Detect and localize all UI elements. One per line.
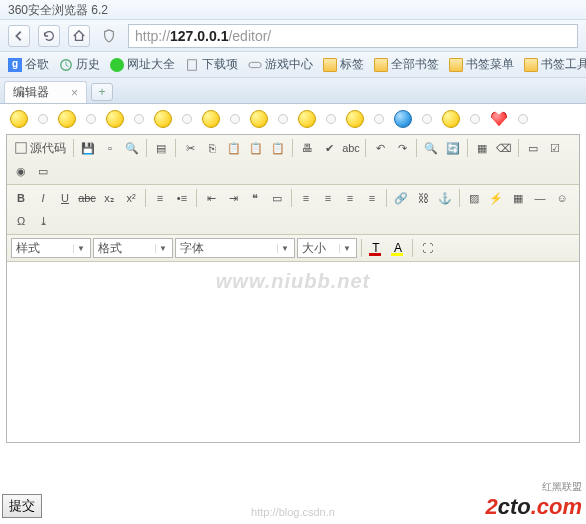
format-combo[interactable]: 格式▼ bbox=[93, 238, 173, 258]
image-button[interactable]: ▨ bbox=[464, 188, 484, 208]
bgcolor-button[interactable]: A bbox=[388, 238, 408, 258]
watermark: www.niubb.net bbox=[216, 270, 370, 293]
align-right-button[interactable]: ≡ bbox=[340, 188, 360, 208]
maximize-button[interactable]: ⛶ bbox=[417, 238, 437, 258]
size-combo[interactable]: 大小▼ bbox=[297, 238, 357, 258]
refresh-button[interactable] bbox=[38, 25, 60, 47]
unlink-button[interactable]: ⛓ bbox=[413, 188, 433, 208]
textfield-button[interactable]: ▭ bbox=[33, 161, 53, 181]
font-combo[interactable]: 字体▼ bbox=[175, 238, 295, 258]
replace-button[interactable]: 🔄 bbox=[443, 138, 463, 158]
bulletedlist-button[interactable]: •≡ bbox=[172, 188, 192, 208]
strike-button[interactable]: abc bbox=[77, 188, 97, 208]
radio-dot[interactable] bbox=[374, 114, 384, 124]
bold-button[interactable]: B bbox=[11, 188, 31, 208]
subscript-button[interactable]: x₂ bbox=[99, 188, 119, 208]
emoji-laugh[interactable] bbox=[250, 110, 268, 128]
radio-dot[interactable] bbox=[278, 114, 288, 124]
radio-dot[interactable] bbox=[182, 114, 192, 124]
hr-button[interactable]: — bbox=[530, 188, 550, 208]
home-button[interactable] bbox=[68, 25, 90, 47]
folder-icon bbox=[524, 58, 538, 72]
bookmark-sites[interactable]: 网址大全 bbox=[106, 54, 179, 75]
bookmark-tools[interactable]: 书签工具 bbox=[520, 54, 586, 75]
tab-strip: 编辑器 × + bbox=[0, 78, 586, 104]
bookmark-tags[interactable]: 标签 bbox=[319, 54, 368, 75]
emoji-question[interactable] bbox=[394, 110, 412, 128]
emoji-grin[interactable] bbox=[202, 110, 220, 128]
blockquote-button[interactable]: ❝ bbox=[245, 188, 265, 208]
emoji-happy[interactable] bbox=[346, 110, 364, 128]
radio-dot[interactable] bbox=[470, 114, 480, 124]
bookmark-history[interactable]: 历史 bbox=[55, 54, 104, 75]
emoji-heart[interactable] bbox=[490, 110, 508, 128]
smiley-button[interactable]: ☺ bbox=[552, 188, 572, 208]
indent-button[interactable]: ⇥ bbox=[223, 188, 243, 208]
bookmark-all[interactable]: 全部书签 bbox=[370, 54, 443, 75]
textcolor-button[interactable]: T bbox=[366, 238, 386, 258]
bookmark-google[interactable]: g谷歌 bbox=[4, 54, 53, 75]
specialchar-button[interactable]: Ω bbox=[11, 211, 31, 231]
anchor-button[interactable]: ⚓ bbox=[435, 188, 455, 208]
removeformat-button[interactable]: ⌫ bbox=[494, 138, 514, 158]
emoji-smile-2[interactable] bbox=[58, 110, 76, 128]
bookmark-games[interactable]: 游戏中心 bbox=[244, 54, 317, 75]
emoji-cool[interactable] bbox=[298, 110, 316, 128]
tab-editor[interactable]: 编辑器 × bbox=[4, 81, 87, 103]
flash-button[interactable]: ⚡ bbox=[486, 188, 506, 208]
radio-dot[interactable] bbox=[326, 114, 336, 124]
emoji-tongue[interactable] bbox=[442, 110, 460, 128]
cut-button[interactable]: ✂ bbox=[180, 138, 200, 158]
bookmark-downloads[interactable]: 下载项 bbox=[181, 54, 242, 75]
styles-combo[interactable]: 样式▼ bbox=[11, 238, 91, 258]
emoji-smile-1[interactable] bbox=[10, 110, 28, 128]
source-button[interactable]: 源代码 bbox=[11, 138, 69, 158]
scayt-button[interactable]: abc bbox=[341, 138, 361, 158]
checkbox-button[interactable]: ☑ bbox=[545, 138, 565, 158]
radio-dot[interactable] bbox=[134, 114, 144, 124]
new-tab-button[interactable]: + bbox=[91, 83, 113, 101]
bookmark-menu[interactable]: 书签菜单 bbox=[445, 54, 518, 75]
radio-dot[interactable] bbox=[86, 114, 96, 124]
div-button[interactable]: ▭ bbox=[267, 188, 287, 208]
print-button[interactable]: 🖶 bbox=[297, 138, 317, 158]
edit-area[interactable]: www.niubb.net bbox=[7, 262, 579, 442]
radio-dot[interactable] bbox=[422, 114, 432, 124]
paste-text-button[interactable]: 📋 bbox=[246, 138, 266, 158]
newpage-button[interactable]: ▫ bbox=[100, 138, 120, 158]
table-button[interactable]: ▦ bbox=[508, 188, 528, 208]
preview-button[interactable]: 🔍 bbox=[122, 138, 142, 158]
numberedlist-button[interactable]: ≡ bbox=[150, 188, 170, 208]
emoji-wink[interactable] bbox=[154, 110, 172, 128]
submit-button[interactable]: 提交 bbox=[2, 494, 42, 518]
align-center-button[interactable]: ≡ bbox=[318, 188, 338, 208]
back-button[interactable] bbox=[8, 25, 30, 47]
spellcheck-button[interactable]: ✔ bbox=[319, 138, 339, 158]
selectall-button[interactable]: ▦ bbox=[472, 138, 492, 158]
close-icon[interactable]: × bbox=[71, 86, 78, 100]
emoji-smile-3[interactable] bbox=[106, 110, 124, 128]
superscript-button[interactable]: x² bbox=[121, 188, 141, 208]
radio-button[interactable]: ◉ bbox=[11, 161, 31, 181]
address-bar[interactable]: http://127.0.0.1/editor/ bbox=[128, 24, 578, 48]
italic-button[interactable]: I bbox=[33, 188, 53, 208]
radio-dot[interactable] bbox=[518, 114, 528, 124]
save-button[interactable]: 💾 bbox=[78, 138, 98, 158]
redo-button[interactable]: ↷ bbox=[392, 138, 412, 158]
form-button[interactable]: ▭ bbox=[523, 138, 543, 158]
templates-button[interactable]: ▤ bbox=[151, 138, 171, 158]
separator bbox=[459, 189, 460, 207]
underline-button[interactable]: U bbox=[55, 188, 75, 208]
pagebreak-button[interactable]: ⤓ bbox=[33, 211, 53, 231]
align-left-button[interactable]: ≡ bbox=[296, 188, 316, 208]
link-button[interactable]: 🔗 bbox=[391, 188, 411, 208]
copy-button[interactable]: ⎘ bbox=[202, 138, 222, 158]
undo-button[interactable]: ↶ bbox=[370, 138, 390, 158]
radio-dot[interactable] bbox=[38, 114, 48, 124]
align-justify-button[interactable]: ≡ bbox=[362, 188, 382, 208]
find-button[interactable]: 🔍 bbox=[421, 138, 441, 158]
radio-dot[interactable] bbox=[230, 114, 240, 124]
paste-word-button[interactable]: 📋 bbox=[268, 138, 288, 158]
paste-button[interactable]: 📋 bbox=[224, 138, 244, 158]
outdent-button[interactable]: ⇤ bbox=[201, 188, 221, 208]
